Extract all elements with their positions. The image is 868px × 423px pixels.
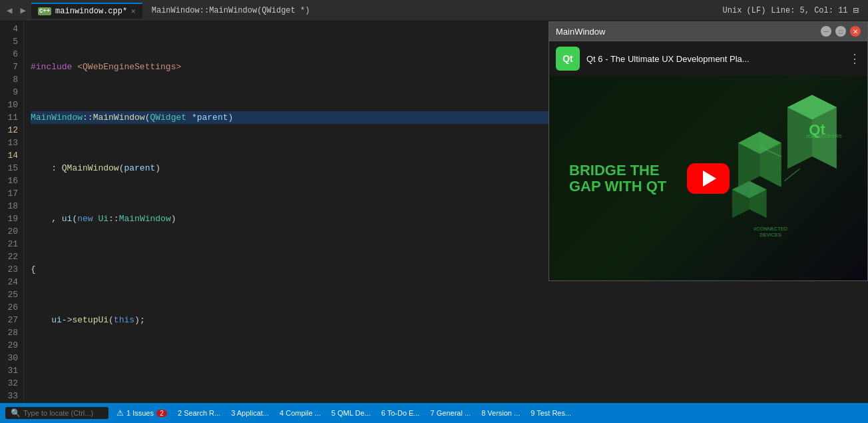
line-16: 16: [3, 175, 18, 187]
line-12: 12: [3, 124, 18, 137]
qt-preview-window: MainWindow ─ □ ✕ Qt Qt 6 - The Ultimate …: [548, 21, 868, 281]
line-10: 10: [3, 99, 18, 111]
svg-line-11: [784, 169, 799, 181]
main-content: 4 5 6 7 8 9 10 11 12 13 14 15 16 17 18 1…: [0, 21, 868, 403]
svg-text:DEVICES: DEVICES: [760, 232, 781, 238]
compile-output-label: 4 Compile ...: [280, 409, 321, 417]
search-area[interactable]: 🔍: [5, 407, 108, 419]
line-13: 13: [3, 137, 18, 149]
code-line-10: [31, 364, 868, 377]
qt-window-titlebar: MainWindow ─ □ ✕: [549, 22, 867, 41]
line-26: 26: [3, 301, 18, 314]
line-24: 24: [3, 276, 18, 288]
play-triangle-icon: [703, 171, 716, 187]
test-results-label: 9 Test Res...: [531, 409, 571, 417]
active-tab[interactable]: C++ mainwindow.cpp* ✕: [31, 3, 142, 19]
qml-debugger-button[interactable]: 5 QML De...: [326, 403, 376, 423]
svg-text:#CONNECTED: #CONNECTED: [754, 226, 787, 232]
qt-logo: Qt: [556, 47, 580, 71]
tab-close-button[interactable]: ✕: [131, 7, 136, 15]
line-27: 27: [3, 314, 18, 326]
close-button[interactable]: ✕: [850, 26, 861, 37]
breadcrumb: MainWindow::MainWindow(QWidget *): [145, 6, 720, 15]
line-31: 31: [3, 364, 18, 377]
cpp-icon: C++: [38, 7, 51, 15]
compile-output-button[interactable]: 4 Compile ...: [274, 403, 326, 423]
line-21: 21: [3, 238, 18, 250]
search-icon: 🔍: [11, 408, 21, 418]
qml-debugger-label: 5 QML De...: [331, 409, 371, 417]
code-line-9: ui->setupUi(this);: [31, 314, 868, 326]
line-25: 25: [3, 288, 18, 301]
general-messages-label: 7 General ...: [431, 409, 471, 417]
line-32: 32: [3, 377, 18, 390]
line-col-label[interactable]: Line: 5, Col: 11: [771, 6, 847, 15]
line-9: 9: [3, 86, 18, 99]
cubes-graphic: Qt: [721, 83, 854, 242]
layout-icon[interactable]: ⊟: [853, 5, 859, 16]
line-17: 17: [3, 187, 18, 200]
status-bar: 🔍 ⚠ 1 Issues 2 2 Search R... 3 Applicat.…: [0, 403, 868, 423]
warning-icon: ⚠: [116, 408, 124, 418]
line-14: 14: [3, 149, 18, 162]
breadcrumb-text: MainWindow::MainWindow(QWidget *): [152, 6, 310, 15]
unix-lf-label[interactable]: Unix (LF): [723, 6, 766, 15]
bridge-text: BRIDGE THEGAP WITH Qt: [569, 162, 666, 194]
video-header: Qt Qt 6 - The Ultimate UX Development Pl…: [549, 41, 867, 76]
line-11: 11: [3, 111, 18, 124]
todo-button[interactable]: 6 To-Do E...: [376, 403, 425, 423]
line-28: 28: [3, 326, 18, 339]
line-4: 4: [3, 23, 18, 35]
qt-window-title: MainWindow: [556, 27, 605, 37]
video-thumbnail[interactable]: BRIDGE THEGAP WITH Qt Qt: [549, 76, 867, 280]
issues-label: 1 Issues: [126, 409, 154, 417]
line-18: 18: [3, 200, 18, 212]
todo-label: 6 To-Do E...: [381, 409, 420, 417]
line-5: 5: [3, 35, 18, 48]
line-30: 30: [3, 352, 18, 364]
version-control-label: 8 Version ...: [481, 409, 520, 417]
issues-panel-button[interactable]: ⚠ 1 Issues 2: [111, 403, 172, 423]
line-29: 29: [3, 339, 18, 352]
back-button[interactable]: ◀: [4, 3, 15, 17]
svg-text:#DEVELOPERS: #DEVELOPERS: [806, 133, 842, 139]
line-7: 7: [3, 61, 18, 73]
application-output-button[interactable]: 3 Applicat...: [226, 403, 274, 423]
video-title: Qt 6 - The Ultimate UX Development Pla..…: [586, 54, 842, 64]
maximize-button[interactable]: □: [835, 26, 846, 37]
line-numbers: 4 5 6 7 8 9 10 11 12 13 14 15 16 17 18 1…: [0, 21, 24, 403]
line-8: 8: [3, 73, 18, 86]
line-22: 22: [3, 250, 18, 263]
window-controls: ─ □ ✕: [821, 26, 861, 37]
line-15: 15: [3, 162, 18, 175]
editor-info: Unix (LF) Line: 5, Col: 11 ⊟: [723, 5, 864, 16]
general-messages-button[interactable]: 7 General ...: [425, 403, 477, 423]
tab-filename: mainwindow.cpp*: [55, 7, 127, 16]
test-results-button[interactable]: 9 Test Res...: [525, 403, 576, 423]
line-23: 23: [3, 263, 18, 276]
title-bar: ◀ ▶ C++ mainwindow.cpp* ✕ MainWindow::Ma…: [0, 0, 868, 21]
application-output-label: 3 Applicat...: [231, 409, 269, 417]
search-input[interactable]: [23, 409, 103, 417]
line-19: 19: [3, 212, 18, 225]
more-options-icon[interactable]: ⋮: [849, 51, 861, 66]
version-control-button[interactable]: 8 Version ...: [476, 403, 525, 423]
play-button[interactable]: [687, 163, 730, 194]
qt-window-content: Qt Qt 6 - The Ultimate UX Development Pl…: [549, 41, 867, 280]
minimize-button[interactable]: ─: [821, 26, 831, 37]
forward-button[interactable]: ▶: [17, 3, 28, 17]
line-6: 6: [3, 48, 18, 61]
line-33: 33: [3, 390, 18, 402]
search-results-label: 2 Search R...: [178, 409, 220, 417]
line-20: 20: [3, 225, 18, 238]
search-results-button[interactable]: 2 Search R...: [172, 403, 226, 423]
issues-badge: 2: [156, 410, 167, 417]
